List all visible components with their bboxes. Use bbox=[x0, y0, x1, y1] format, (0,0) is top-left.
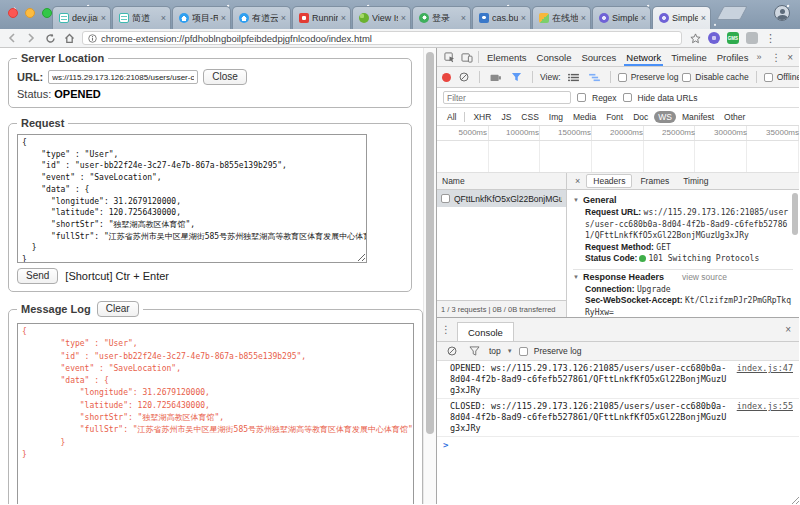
reload-icon[interactable] bbox=[44, 32, 56, 44]
drawer-menu-icon[interactable]: ⋮ bbox=[441, 324, 451, 335]
tab-close-icon[interactable]: × bbox=[161, 14, 166, 23]
filter-media[interactable]: Media bbox=[569, 111, 600, 123]
filter-manifest[interactable]: Manifest bbox=[678, 111, 718, 123]
devtools-tab-timeline[interactable]: Timeline bbox=[666, 48, 712, 66]
gms-extension-icon[interactable]: GMS bbox=[727, 32, 739, 44]
disclosure-triangle-icon[interactable]: ▼ bbox=[573, 274, 579, 280]
browser-tab[interactable]: 项目-Ru× bbox=[172, 6, 231, 29]
tab-close-icon[interactable]: × bbox=[581, 14, 586, 23]
view-source-link[interactable]: view source bbox=[682, 272, 727, 282]
filter-ws[interactable]: WS bbox=[654, 111, 676, 123]
request-row-selected[interactable]: QFttLnkfKfO5xGl22BonjMGu... bbox=[437, 190, 566, 207]
browser-tab[interactable]: 有道云笔× bbox=[232, 6, 291, 29]
browser-tab[interactable]: Simple W× bbox=[592, 6, 651, 29]
view-list-icon[interactable] bbox=[567, 71, 580, 84]
browser-tab-active[interactable]: Simple W× bbox=[652, 6, 711, 29]
bookmark-star-icon[interactable] bbox=[689, 32, 701, 44]
regex-checkbox[interactable] bbox=[577, 93, 586, 102]
tab-close-icon[interactable]: × bbox=[281, 14, 286, 23]
offline-checkbox[interactable] bbox=[764, 73, 773, 82]
filter-funnel-icon[interactable] bbox=[510, 71, 523, 84]
console-tab[interactable]: Console bbox=[457, 322, 514, 341]
waterfall-icon[interactable] bbox=[588, 71, 601, 84]
devtools-close-icon[interactable]: × bbox=[787, 52, 793, 63]
muted-extension-icon[interactable] bbox=[746, 32, 758, 44]
address-bar[interactable]: chrome-extension://pfdhoblngboilpfeibded… bbox=[82, 31, 682, 45]
console-filter-icon[interactable] bbox=[468, 345, 481, 358]
screenshot-camera-icon[interactable] bbox=[489, 71, 502, 84]
forward-icon[interactable] bbox=[25, 32, 37, 44]
close-details-icon[interactable]: × bbox=[571, 176, 584, 186]
browser-tab[interactable]: Running× bbox=[292, 6, 351, 29]
devtools-tab-profiles[interactable]: Profiles bbox=[712, 48, 754, 66]
details-tab-timing[interactable]: Timing bbox=[677, 175, 714, 187]
tab-close-icon[interactable]: × bbox=[701, 14, 706, 23]
window-resize-handle[interactable] bbox=[792, 497, 799, 504]
browser-tab[interactable]: 简道× bbox=[112, 6, 171, 29]
hide-data-urls-checkbox[interactable] bbox=[623, 93, 632, 102]
page-scrollbar[interactable] bbox=[423, 48, 436, 504]
browser-tab[interactable]: View Iss× bbox=[352, 6, 411, 29]
scrollbar-thumb[interactable] bbox=[426, 52, 434, 434]
preserve-log-checkbox[interactable] bbox=[618, 73, 627, 82]
device-toolbar-icon[interactable] bbox=[460, 51, 473, 64]
console-source-link[interactable]: index.js:47 bbox=[737, 363, 793, 373]
clear-console-icon[interactable] bbox=[445, 345, 458, 358]
chrome-menu-icon[interactable]: ⋮ bbox=[765, 33, 776, 44]
console-preserve-log-checkbox[interactable] bbox=[519, 347, 528, 356]
browser-tab[interactable]: 在线地图× bbox=[532, 6, 591, 29]
info-icon[interactable] bbox=[88, 34, 97, 43]
browser-tab[interactable]: dev.jian× bbox=[52, 6, 111, 29]
filter-css[interactable]: CSS bbox=[517, 111, 542, 123]
new-tab-button[interactable] bbox=[716, 6, 747, 20]
tab-close-icon[interactable]: × bbox=[401, 14, 406, 23]
details-tab-headers[interactable]: Headers bbox=[586, 174, 632, 188]
devtools-tab-sources[interactable]: Sources bbox=[576, 48, 621, 66]
browser-tab[interactable]: cas.bug× bbox=[472, 6, 531, 29]
clear-log-button[interactable]: Clear bbox=[97, 301, 139, 317]
close-connection-button[interactable]: Close bbox=[203, 69, 247, 85]
clear-icon[interactable] bbox=[457, 71, 470, 84]
ws-url-input[interactable] bbox=[48, 70, 198, 84]
details-scrollbar-thumb[interactable] bbox=[792, 193, 798, 235]
filter-js[interactable]: JS bbox=[497, 111, 515, 123]
request-json-textarea[interactable]: { "type" : "User", "id" : "user-bb22f24e… bbox=[17, 134, 367, 263]
filter-all[interactable]: All bbox=[443, 111, 460, 123]
details-tab-frames[interactable]: Frames bbox=[634, 175, 675, 187]
tab-close-icon[interactable]: × bbox=[221, 14, 226, 23]
console-prompt[interactable]: > bbox=[437, 437, 799, 453]
tab-close-icon[interactable]: × bbox=[641, 14, 646, 23]
filter-doc[interactable]: Doc bbox=[629, 111, 652, 123]
devtools-tab-console[interactable]: Console bbox=[532, 48, 577, 66]
record-icon[interactable] bbox=[442, 73, 451, 82]
console-source-link[interactable]: index.js:55 bbox=[737, 401, 793, 411]
back-icon[interactable] bbox=[6, 32, 18, 44]
execution-context-select[interactable]: top bbox=[489, 346, 501, 356]
disable-cache-checkbox[interactable] bbox=[682, 73, 691, 82]
devtools-menu-icon[interactable]: ⋮ bbox=[771, 52, 781, 63]
name-column-header[interactable]: Name bbox=[437, 173, 566, 190]
tab-close-icon[interactable]: × bbox=[521, 14, 526, 23]
send-button[interactable]: Send bbox=[17, 268, 58, 284]
home-icon[interactable] bbox=[63, 32, 75, 44]
tab-close-icon[interactable]: × bbox=[341, 14, 346, 23]
tab-close-icon[interactable]: × bbox=[101, 14, 106, 23]
tab-close-icon[interactable]: × bbox=[461, 14, 466, 23]
close-window-button[interactable] bbox=[8, 8, 18, 18]
devtools-tab-network[interactable]: Network bbox=[621, 48, 666, 66]
filter-font[interactable]: Font bbox=[602, 111, 627, 123]
websocket-extension-icon[interactable] bbox=[708, 32, 720, 44]
profile-avatar[interactable] bbox=[774, 5, 790, 21]
devtools-tab-elements[interactable]: Elements bbox=[482, 48, 532, 66]
inspect-element-icon[interactable] bbox=[443, 51, 456, 64]
browser-tab[interactable]: 登录× bbox=[412, 6, 471, 29]
zoom-window-button[interactable] bbox=[42, 8, 52, 18]
more-tabs-icon[interactable]: » bbox=[753, 52, 764, 62]
disclosure-triangle-icon[interactable]: ▼ bbox=[573, 197, 579, 203]
network-filter-input[interactable] bbox=[443, 91, 571, 104]
filter-xhr[interactable]: XHR bbox=[469, 111, 495, 123]
close-drawer-icon[interactable]: × bbox=[785, 324, 795, 335]
request-checkbox[interactable] bbox=[441, 194, 450, 203]
filter-other[interactable]: Other bbox=[720, 111, 749, 123]
filter-img[interactable]: Img bbox=[545, 111, 567, 123]
